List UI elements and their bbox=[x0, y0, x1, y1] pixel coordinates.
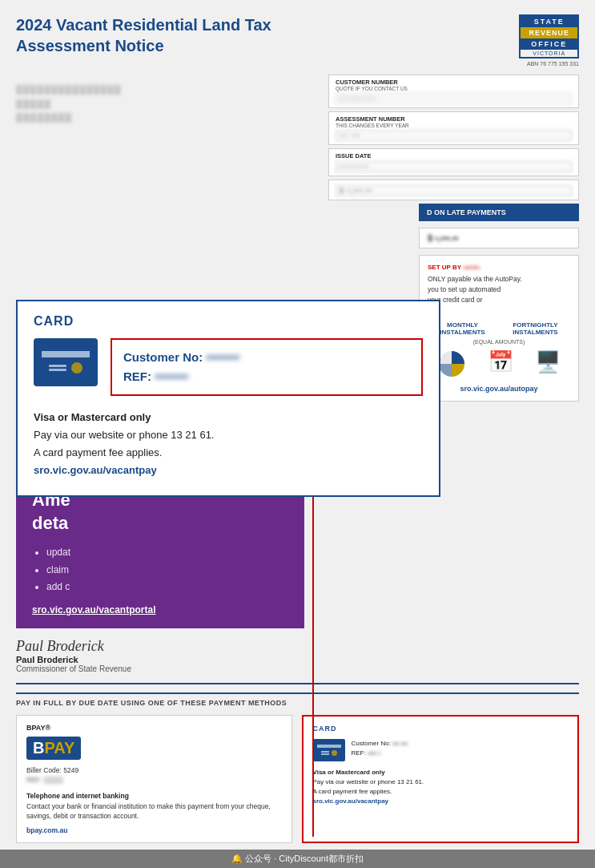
customer-number-value: •••••••••••• bbox=[336, 93, 572, 104]
purple-bullet-2: claim exemption bbox=[46, 562, 288, 579]
bpay-biller-code: Biller Code: 5249 bbox=[26, 766, 282, 776]
card-bottom-link[interactable]: sro.vic.gov.au/vacantpay bbox=[313, 797, 569, 806]
assessment-number-label: ASSESSMENT NUMBER bbox=[336, 115, 572, 123]
card-popup-inner: Customer No: •••••••• REF: •••••••• bbox=[34, 338, 423, 396]
card-line-2 bbox=[49, 369, 66, 371]
customer-number-box: CUSTOMER NUMBER QUOTE IF YOU CONTACT US … bbox=[328, 75, 579, 108]
small-card-icon bbox=[313, 739, 345, 761]
card-icon bbox=[34, 338, 98, 386]
card-popup-title: CARD bbox=[34, 314, 423, 329]
bpay-internet-title: Telephone and internet banking bbox=[26, 792, 282, 800]
pie-chart-icon bbox=[437, 349, 466, 378]
amount-box: $ •,•••.•• bbox=[328, 180, 579, 200]
autopay-section: SET UP BY ••/••/•• ONLY payable via the … bbox=[419, 255, 579, 402]
logo-box: STATE REVENUE OFFICE VICTORIA ABN 76 775… bbox=[519, 14, 579, 67]
issue-date-box: ISSUE DATE ••/••/•••• bbox=[328, 148, 579, 176]
purple-link[interactable]: sro.vic.gov.au/vacantportal bbox=[32, 604, 288, 616]
bpay-method: BPAY® BPAY Biller Code: 5249 REF: ▒▒▒▒ T… bbox=[16, 715, 292, 843]
autopay-desc: ONLY payable via the AutoPay. you to set… bbox=[428, 274, 570, 315]
interest-notice: D ON LATE PAYMENTS bbox=[419, 204, 579, 221]
assessment-number-sublabel: THIS CHANGES EVERY YEAR bbox=[336, 123, 572, 128]
purple-bullets: update your details claim exemption add … bbox=[32, 544, 288, 596]
autopay-icons-row: 📅 🖥️ bbox=[428, 349, 570, 378]
card-visa-mc: Visa or Mastercard only bbox=[34, 409, 423, 426]
main-amount: $ •,•••.•• bbox=[428, 233, 570, 243]
info-section: ▒▒▒▒▒▒▒▒▒▒▒▒▒▒▒ ▒▒▒▒▒ ▒▒▒▒▒▒▒▒ CUSTOMER … bbox=[0, 75, 595, 204]
card-bottom-info: Visa or Mastercard only Pay via our webs… bbox=[313, 768, 569, 806]
bpay-b-logo: BPAY bbox=[26, 737, 81, 760]
logo-abn: ABN 76 775 195 331 bbox=[527, 61, 579, 67]
sro-logo: STATE REVENUE OFFICE VICTORIA bbox=[519, 14, 579, 59]
card-stripe bbox=[42, 351, 90, 357]
main-area: CARD Customer No: ••••• bbox=[0, 204, 595, 628]
purple-bullet-1: update your details bbox=[46, 544, 288, 562]
card-method-bottom: CARD C bbox=[302, 715, 580, 843]
logo-victoria: VICTORIA bbox=[521, 50, 577, 57]
logo-office: OFFICE bbox=[521, 38, 577, 50]
autopay-date: ••/••/•• bbox=[463, 264, 480, 271]
card-bottom-refs: Customer No: ••• ••• REF: •••• • bbox=[352, 739, 408, 761]
issue-date-label: ISSUE DATE bbox=[336, 152, 572, 159]
card-icon-bottom bbox=[49, 362, 82, 373]
bpay-pay-text: PAY bbox=[44, 739, 74, 757]
card-ref-box: Customer No: •••••••• REF: •••••••• bbox=[111, 338, 423, 396]
card-icon-circle bbox=[71, 362, 82, 373]
payment-header: PAY IN FULL BY DUE DATE USING ONE OF THE… bbox=[16, 692, 579, 707]
small-card-lines bbox=[321, 751, 329, 755]
card-link[interactable]: sro.vic.gov.au/vacantpay bbox=[34, 462, 423, 479]
autopay-setup-label: SET UP BY ••/••/•• bbox=[428, 264, 570, 271]
assessment-number-value: ••• ••• bbox=[336, 130, 572, 141]
autopay-fortnightly: FORTNIGHTLYINSTALMENTS bbox=[501, 321, 570, 336]
card-bottom-ref-val: •••• • bbox=[368, 749, 380, 758]
signature-name: Paul Broderick bbox=[16, 655, 579, 664]
address-col: ▒▒▒▒▒▒▒▒▒▒▒▒▒▒▒ ▒▒▒▒▒ ▒▒▒▒▒▒▒▒ bbox=[16, 75, 320, 204]
card-bottom-visa-mc: Visa or Mastercard only bbox=[313, 768, 569, 777]
payment-methods: BPAY® BPAY Biller Code: 5249 REF: ▒▒▒▒ T… bbox=[16, 715, 579, 843]
amount-value: $ •,•••.•• bbox=[336, 185, 572, 196]
autopay-link[interactable]: sro.vic.gov.au/autopay bbox=[428, 385, 570, 393]
small-card-circle bbox=[332, 750, 337, 756]
card-fee-text: A card payment fee applies. bbox=[34, 444, 423, 462]
card-line-1 bbox=[49, 365, 66, 367]
card-bottom-cust-val: ••• ••• bbox=[392, 739, 408, 749]
equal-amounts: (EQUAL AMOUNTS) bbox=[428, 339, 570, 345]
bpay-internet-desc: Contact your bank or financial instituti… bbox=[26, 802, 282, 822]
card-ref-value: •••••••• bbox=[155, 367, 188, 386]
card-payment-info: Visa or Mastercard only Pay via our webs… bbox=[34, 409, 423, 479]
assessment-number-box: ASSESSMENT NUMBER THIS CHANGES EVERY YEA… bbox=[328, 111, 579, 145]
card-icon-lines bbox=[49, 365, 66, 371]
calendar-icon: 📅 bbox=[488, 349, 513, 378]
card-bottom-pay-text: Pay via our website or phone 13 21 61. bbox=[313, 777, 569, 787]
card-ref: REF: •••••••• bbox=[123, 367, 410, 386]
customer-number-label: CUSTOMER NUMBER bbox=[336, 79, 572, 86]
header: 2024 Vacant Residential Land Tax Assessm… bbox=[0, 0, 595, 75]
bpay-ref: REF: ▒▒▒▒ bbox=[26, 776, 282, 785]
signature-area: Paul Broderick Paul Broderick Commission… bbox=[0, 628, 595, 683]
bpay-link[interactable]: bpay.com.au bbox=[26, 826, 282, 834]
card-popup: CARD Customer No: ••••• bbox=[16, 300, 440, 497]
address-area: ▒▒▒▒▒▒▒▒▒▒▒▒▒▒▒ ▒▒▒▒▒ ▒▒▒▒▒▒▒▒ bbox=[16, 75, 320, 131]
autopay-options: MONTHLYINSTALMENTS FORTNIGHTLYINSTALMENT… bbox=[428, 321, 570, 336]
bpay-logo: BPAY bbox=[26, 737, 282, 760]
page-title: 2024 Vacant Residential Land Tax Assessm… bbox=[16, 14, 271, 56]
info-fields-col: CUSTOMER NUMBER QUOTE IF YOU CONTACT US … bbox=[320, 75, 579, 204]
device-icon: 🖥️ bbox=[535, 349, 561, 378]
small-card-stripe bbox=[317, 745, 341, 748]
payment-section: PAY IN FULL BY DUE DATE USING ONE OF THE… bbox=[0, 684, 595, 851]
card-customer-no-value: •••••••• bbox=[206, 348, 239, 367]
page: 2024 Vacant Residential Land Tax Assessm… bbox=[0, 0, 595, 868]
logo-revenue: REVENUE bbox=[521, 27, 577, 38]
bpay-title: BPAY® bbox=[26, 724, 282, 732]
purple-bullet-3: add comments bbox=[46, 579, 288, 596]
purple-section: Amend your details update your details c… bbox=[16, 476, 304, 628]
small-card-line-1 bbox=[321, 751, 329, 753]
card-bottom-inner: Customer No: ••• ••• REF: •••• • bbox=[313, 739, 569, 761]
bpay-internet-section: Telephone and internet banking Contact y… bbox=[26, 792, 282, 822]
amount-display: $ •,•••.•• bbox=[419, 228, 579, 248]
customer-number-sublabel: QUOTE IF YOU CONTACT US bbox=[336, 86, 572, 91]
signature-title: Commissioner of State Revenue bbox=[16, 664, 579, 673]
address-text: ▒▒▒▒▒▒▒▒▒▒▒▒▒▒▒ ▒▒▒▒▒ ▒▒▒▒▒▒▒▒ bbox=[16, 83, 320, 125]
watermark: 🔔 公众号 · CityDiscount都市折扣 bbox=[0, 850, 595, 868]
card-bottom-title: CARD bbox=[313, 725, 569, 733]
right-panel: D ON LATE PAYMENTS $ •,•••.•• SET UP BY … bbox=[419, 204, 579, 402]
